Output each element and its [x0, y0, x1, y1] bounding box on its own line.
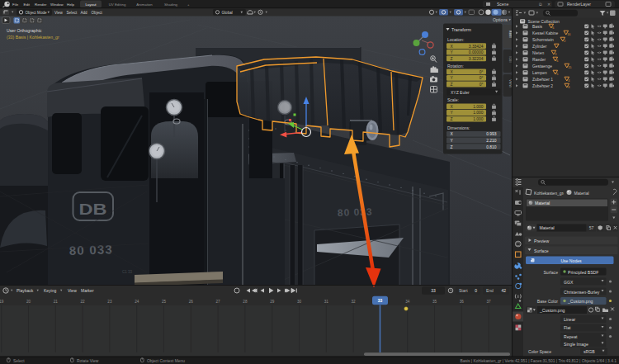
svg-text:Raeder: Raeder — [532, 58, 546, 62]
svg-text:Color Space: Color Space — [528, 349, 551, 354]
svg-text:⧉: ⧉ — [539, 2, 542, 7]
svg-text:Window: Window — [50, 2, 64, 7]
svg-text:Object Mode: Object Mode — [26, 11, 47, 15]
svg-text:Base Color: Base Color — [537, 299, 559, 304]
svg-text:3.32204: 3.32204 — [469, 57, 484, 61]
svg-text:Add: Add — [81, 11, 88, 15]
svg-text:32: 32 — [352, 300, 357, 304]
svg-text:Repeat: Repeat — [564, 334, 578, 339]
svg-text:File: File — [12, 2, 19, 7]
svg-text:0°: 0° — [480, 76, 484, 80]
svg-text:Select: Select — [13, 359, 25, 363]
svg-text:C1 33: C1 33 — [122, 270, 133, 274]
svg-text:8: 8 — [568, 86, 569, 89]
svg-text:34: 34 — [405, 300, 410, 304]
svg-text:Object Context Menu: Object Context Menu — [147, 359, 185, 363]
svg-text:80 033: 80 033 — [338, 206, 373, 219]
svg-text:Use Nodes: Use Nodes — [560, 258, 582, 263]
svg-text:Zubehoer 1: Zubehoer 1 — [532, 78, 553, 82]
svg-text:23: 23 — [107, 300, 112, 304]
svg-text:Zubehoer 2: Zubehoer 2 — [532, 84, 553, 88]
svg-text:Flat: Flat — [564, 325, 571, 330]
svg-text:1.000: 1.000 — [473, 111, 484, 115]
svg-text:Dimensions:: Dimensions: — [447, 125, 470, 130]
svg-text:Material: Material — [574, 191, 589, 196]
svg-text:29: 29 — [270, 300, 275, 304]
svg-text:16: 16 — [567, 33, 570, 36]
svg-text:Surface: Surface — [534, 248, 549, 253]
svg-text:_Custom.png: _Custom.png — [539, 308, 565, 313]
svg-text:Z: Z — [451, 83, 453, 87]
svg-text:33: 33 — [431, 288, 436, 293]
svg-text:37: 37 — [487, 300, 492, 304]
svg-text:Z: Z — [451, 117, 453, 121]
svg-text:Animation: Animation — [136, 2, 153, 7]
svg-text:1.000: 1.000 — [473, 105, 484, 109]
svg-text:XYZ Euler: XYZ Euler — [451, 90, 470, 95]
svg-text:Playback: Playback — [17, 288, 34, 293]
svg-text:Scene Collection: Scene Collection — [528, 19, 560, 24]
svg-text:30: 30 — [297, 300, 302, 304]
svg-text:3: 3 — [555, 53, 556, 56]
svg-text:User Orthographic: User Orthographic — [7, 28, 42, 33]
svg-text:57: 57 — [589, 225, 594, 230]
svg-text:+: + — [187, 2, 190, 7]
svg-text:0.993: 0.993 — [486, 132, 497, 136]
svg-text:Principled BSDF: Principled BSDF — [568, 270, 598, 275]
svg-text:33: 33 — [378, 299, 383, 303]
svg-text:1.000: 1.000 — [473, 117, 484, 121]
svg-text:2: 2 — [564, 40, 565, 43]
svg-text:Preview: Preview — [534, 239, 549, 243]
svg-text:25: 25 — [162, 300, 167, 304]
svg-text:Kessel Kabine: Kessel Kabine — [532, 31, 559, 35]
svg-text:Scale:: Scale: — [447, 97, 459, 102]
svg-text:Basis | Kohlekasten_gr | Verts: Basis | Kohlekasten_gr | Verts:42,951 | … — [461, 359, 617, 363]
svg-text:Location:: Location: — [447, 37, 464, 42]
svg-text:2.210: 2.210 — [486, 139, 497, 143]
svg-text:3.33424: 3.33424 — [469, 45, 484, 49]
svg-text:sRGB: sRGB — [584, 349, 595, 354]
svg-text:Transform: Transform — [451, 27, 472, 32]
svg-text:Select: Select — [67, 11, 78, 15]
svg-text:26: 26 — [189, 300, 194, 304]
svg-text:24: 24 — [135, 300, 139, 304]
svg-text:36: 36 — [460, 300, 465, 304]
svg-text:Single Image: Single Image — [564, 342, 588, 347]
svg-text:UV Editing: UV Editing — [109, 2, 126, 7]
svg-text:27: 27 — [216, 300, 221, 304]
svg-text:Z: Z — [451, 57, 453, 61]
svg-text:Basis: Basis — [532, 25, 543, 29]
svg-text:35: 35 — [432, 300, 437, 304]
svg-text:0°: 0° — [480, 83, 484, 87]
svg-text:Options: Options — [493, 17, 508, 22]
svg-text:Start: Start — [459, 288, 468, 293]
svg-text:Nieten: Nieten — [532, 51, 544, 55]
svg-text:22: 22 — [81, 300, 86, 304]
svg-text:Zylinder: Zylinder — [532, 45, 547, 49]
svg-text:Object: Object — [92, 11, 103, 15]
svg-text:Global: Global — [222, 11, 233, 15]
svg-text:80 033: 80 033 — [69, 242, 114, 258]
svg-text:15: 15 — [568, 66, 571, 69]
svg-text:0°: 0° — [480, 70, 484, 74]
svg-text:Scene: Scene — [497, 2, 508, 7]
svg-text:6: 6 — [556, 59, 558, 63]
svg-text:Z: Z — [451, 145, 453, 149]
svg-text:21: 21 — [54, 300, 59, 304]
svg-text:End: End — [486, 288, 494, 293]
svg-text:31: 31 — [324, 300, 329, 304]
svg-text:Lampen: Lampen — [532, 71, 547, 75]
svg-text:Material: Material — [540, 225, 555, 230]
svg-text:Marker: Marker — [81, 288, 94, 293]
svg-text:Linear: Linear — [564, 317, 575, 322]
svg-text:Kohlekasten_gr: Kohlekasten_gr — [534, 191, 564, 196]
svg-text:(33) Basis | Kohlekasten_gr: (33) Basis | Kohlekasten_gr — [7, 35, 59, 40]
svg-text:5: 5 — [556, 73, 558, 76]
svg-text:›: › — [563, 191, 565, 196]
svg-text:GGX: GGX — [564, 280, 574, 285]
svg-text:28: 28 — [243, 300, 248, 304]
svg-text:Layout: Layout — [85, 2, 97, 7]
svg-text:42: 42 — [501, 288, 506, 293]
svg-text:Rotate View: Rotate View — [77, 359, 99, 363]
svg-text:Gestaenge: Gestaenge — [532, 64, 552, 69]
